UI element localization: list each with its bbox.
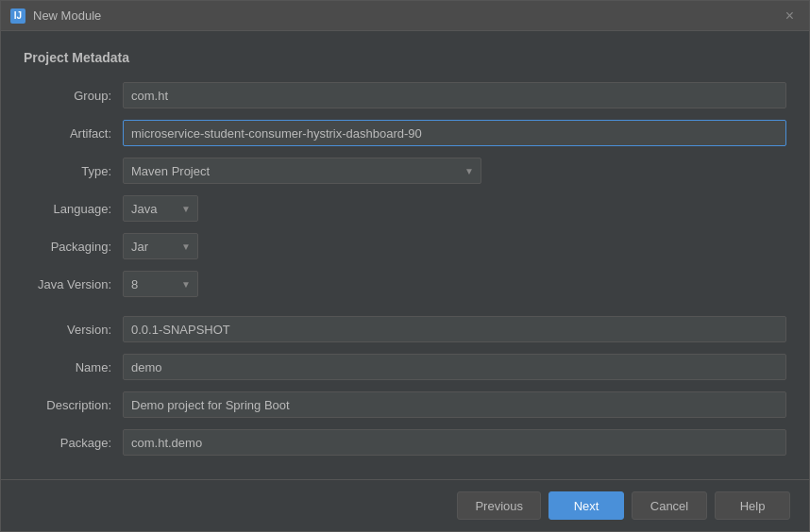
package-label: Package: <box>24 436 123 450</box>
group-row: Group: <box>24 82 786 108</box>
close-button[interactable]: × <box>780 7 800 25</box>
version-input[interactable] <box>123 316 786 342</box>
type-label: Type: <box>24 164 123 178</box>
type-select-wrapper: Maven Project Gradle Project ▼ <box>123 158 481 184</box>
package-row: Package: <box>24 429 786 456</box>
artifact-row: Artifact: <box>24 120 786 146</box>
dialog-title: New Module <box>33 8 101 23</box>
dialog-footer: Previous Next Cancel Help <box>1 479 809 531</box>
titlebar: IJ New Module × <box>1 1 809 31</box>
java-version-row: Java Version: 8 11 17 ▼ <box>24 271 786 297</box>
description-input[interactable] <box>123 391 786 418</box>
group-input[interactable] <box>123 82 786 108</box>
version-label: Version: <box>24 323 123 337</box>
description-label: Description: <box>24 398 123 412</box>
type-select[interactable]: Maven Project Gradle Project <box>123 158 481 184</box>
packaging-select-wrapper: Jar War ▼ <box>123 233 198 259</box>
language-row: Language: Java Kotlin Groovy ▼ <box>24 195 786 222</box>
section-title: Project Metadata <box>24 50 786 65</box>
language-label: Language: <box>24 202 123 216</box>
packaging-label: Packaging: <box>24 240 123 254</box>
language-select-wrapper: Java Kotlin Groovy ▼ <box>123 195 198 222</box>
java-version-select[interactable]: 8 11 17 <box>123 271 198 297</box>
java-version-select-wrapper: 8 11 17 ▼ <box>123 271 198 297</box>
artifact-label: Artifact: <box>24 126 123 141</box>
titlebar-left: IJ New Module <box>10 8 101 24</box>
language-select[interactable]: Java Kotlin Groovy <box>123 195 198 222</box>
help-button[interactable]: Help <box>715 491 790 520</box>
package-input[interactable] <box>123 429 786 456</box>
name-label: Name: <box>24 360 123 374</box>
name-row: Name: <box>24 354 786 380</box>
dialog-content: Project Metadata Group: Artifact: Type: … <box>1 31 809 479</box>
description-row: Description: <box>24 391 786 418</box>
type-row: Type: Maven Project Gradle Project ▼ <box>24 158 786 184</box>
app-icon: IJ <box>10 8 25 24</box>
new-module-dialog: IJ New Module × Project Metadata Group: … <box>0 0 810 532</box>
cancel-button[interactable]: Cancel <box>632 491 707 520</box>
next-button[interactable]: Next <box>548 491 624 520</box>
group-label: Group: <box>24 89 123 103</box>
name-input[interactable] <box>123 354 786 380</box>
version-row: Version: <box>24 316 786 342</box>
java-version-label: Java Version: <box>24 277 123 291</box>
previous-button[interactable]: Previous <box>457 491 541 520</box>
packaging-select[interactable]: Jar War <box>123 233 198 259</box>
spacer <box>24 308 786 316</box>
packaging-row: Packaging: Jar War ▼ <box>24 233 786 259</box>
artifact-input[interactable] <box>123 120 786 146</box>
